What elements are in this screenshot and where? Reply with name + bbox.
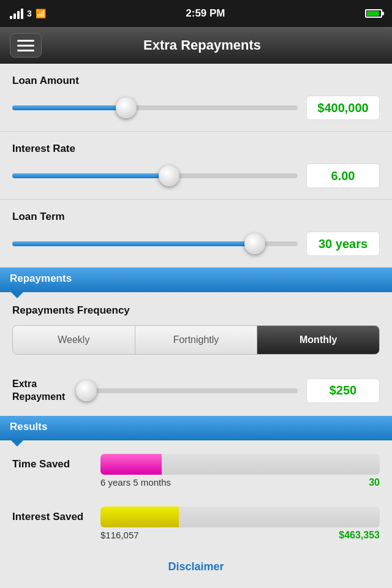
monthly-button[interactable]: Monthly xyxy=(257,326,379,354)
interest-rate-track xyxy=(12,173,298,178)
menu-button[interactable] xyxy=(10,33,42,58)
extra-repayment-value: $250 xyxy=(330,383,357,398)
page-title: Extra Repayments xyxy=(54,37,350,53)
interest-rate-thumb[interactable] xyxy=(159,165,179,186)
time-saved-fill xyxy=(100,454,162,475)
loan-amount-thumb[interactable] xyxy=(116,97,137,118)
interest-saved-right-value: $463,353 xyxy=(339,530,380,541)
results-title: Results xyxy=(10,421,47,432)
weekly-button[interactable]: Weekly xyxy=(13,326,135,354)
loan-amount-value: $400,000 xyxy=(317,101,368,115)
repayments-content: Repayments Frequency Weekly Fortnightly … xyxy=(0,292,392,373)
time-saved-left-value: 6 years 5 months xyxy=(100,477,171,488)
interest-rate-section: Interest Rate 6.00 xyxy=(0,132,392,200)
extra-repayment-track xyxy=(76,388,298,393)
interest-rate-track-container[interactable] xyxy=(12,165,298,186)
signal-number: 3 xyxy=(27,9,32,18)
interest-rate-row: 6.00 xyxy=(12,164,380,188)
loan-amount-label: Loan Amount xyxy=(12,75,380,87)
battery-icon xyxy=(365,9,382,18)
interest-rate-value: 6.00 xyxy=(331,169,355,183)
loan-term-fill xyxy=(12,241,255,246)
loan-term-value-box: 30 years xyxy=(306,232,380,256)
loan-term-value: 30 years xyxy=(318,237,368,251)
fortnightly-button[interactable]: Fortnightly xyxy=(135,326,258,354)
interest-saved-fill xyxy=(100,507,179,527)
loan-term-section: Loan Term 30 years xyxy=(0,200,392,268)
interest-rate-label: Interest Rate xyxy=(12,143,380,155)
loan-term-thumb[interactable] xyxy=(244,233,265,254)
repayments-title: Repayments xyxy=(10,273,72,284)
extra-repayment-value-box: $250 xyxy=(306,379,380,403)
frequency-button-group: Weekly Fortnightly Monthly xyxy=(12,325,380,355)
extra-repayment-row: ExtraRepayment $250 xyxy=(0,373,392,416)
interest-saved-label: Interest Saved xyxy=(12,511,92,523)
loan-amount-track-container[interactable] xyxy=(12,97,298,118)
loan-amount-section: Loan Amount $400,000 xyxy=(0,64,392,132)
wifi-icon: 📶 xyxy=(36,9,46,18)
interest-rate-value-box: 6.00 xyxy=(306,164,380,188)
interest-saved-bar xyxy=(100,507,380,527)
interest-rate-fill xyxy=(12,173,169,178)
loan-term-track-container[interactable] xyxy=(12,233,298,254)
loan-amount-value-box: $400,000 xyxy=(306,96,380,120)
time-saved-right-value: 30 xyxy=(369,477,380,488)
time-saved-label: Time Saved xyxy=(12,458,92,470)
time-saved-row: Time Saved xyxy=(12,454,380,475)
interest-saved-row: Interest Saved xyxy=(12,507,380,527)
status-right xyxy=(365,9,382,18)
extra-repayment-label: ExtraRepayment xyxy=(12,378,67,404)
time-saved-bar xyxy=(100,454,380,475)
app-header: Extra Repayments xyxy=(0,27,392,64)
status-bar: 3 📶 2:59 PM xyxy=(0,0,392,27)
disclaimer-section: Disclaimer xyxy=(0,556,392,573)
loan-amount-row: $400,000 xyxy=(12,96,380,120)
extra-repayment-track-container[interactable] xyxy=(76,380,298,401)
repayments-freq-label: Repayments Frequency xyxy=(12,304,380,317)
loan-amount-fill xyxy=(12,105,126,110)
disclaimer-link[interactable]: Disclaimer xyxy=(168,560,224,573)
interest-saved-left-value: $116,057 xyxy=(100,530,139,541)
loan-amount-track xyxy=(12,105,298,110)
results-section: Time Saved 6 years 5 months 30 Interest … xyxy=(0,440,392,556)
loan-term-row: 30 years xyxy=(12,232,380,256)
repayments-section-header: Repayments xyxy=(0,268,392,292)
extra-repayment-thumb[interactable] xyxy=(76,380,97,401)
status-left: 3 📶 xyxy=(10,9,46,19)
interest-saved-values: $116,057 $463,353 xyxy=(12,530,380,549)
results-section-header: Results xyxy=(0,416,392,440)
loan-term-track xyxy=(12,241,298,246)
status-time: 2:59 PM xyxy=(186,7,225,20)
signal-icon xyxy=(10,9,23,19)
loan-term-label: Loan Term xyxy=(12,211,380,223)
time-saved-values: 6 years 5 months 30 xyxy=(12,477,380,497)
